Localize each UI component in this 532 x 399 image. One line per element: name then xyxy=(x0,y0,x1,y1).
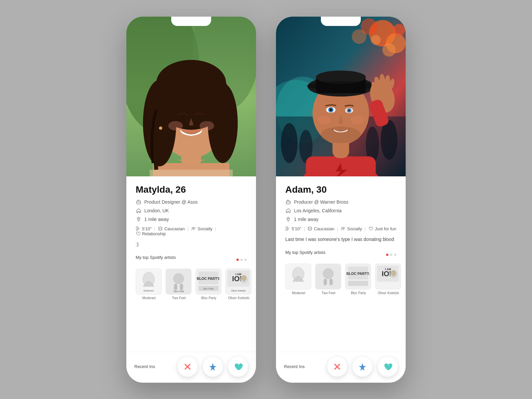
moderart-art-right xyxy=(286,264,311,290)
svg-text:Oliver Koletzki: Oliver Koletzki xyxy=(231,290,246,292)
artist-image-4-left: I AM IOK Oliver Koletzki xyxy=(225,269,251,295)
like-button-left[interactable] xyxy=(228,357,248,377)
svg-point-95 xyxy=(342,227,343,229)
artist-image-3-left: BLOC PARTY. Bloc Party xyxy=(196,269,221,295)
superlike-button-left[interactable] xyxy=(203,357,223,377)
svg-point-77 xyxy=(348,109,350,111)
spotify-title-right: My top Spotify artists xyxy=(285,250,326,255)
attr-social-right: Socially xyxy=(341,226,362,231)
dot-1-left xyxy=(236,259,239,261)
artist-card-4-right[interactable]: I AM IOK Oliver Koletzki xyxy=(375,264,402,295)
dot-3-left xyxy=(244,259,247,261)
profile-name-right: Adam, 30 xyxy=(285,184,396,195)
briefcase-icon-left xyxy=(136,199,142,205)
profile-name-left: Matylda, 26 xyxy=(136,184,247,195)
artist-name-1-right: Moderart xyxy=(285,291,312,295)
profile-distance-row-left: 1 mile away xyxy=(136,216,247,222)
svg-point-13 xyxy=(168,121,183,130)
dot-1-right xyxy=(386,254,388,256)
artist-card-3-right[interactable]: BLOC PARTY. Bloc Party xyxy=(345,264,372,295)
artist-card-2-right[interactable]: Two Feet xyxy=(315,264,342,295)
dislike-button-right[interactable] xyxy=(327,357,347,377)
svg-point-12 xyxy=(156,60,226,106)
svg-point-53 xyxy=(371,35,381,45)
profile-location-row-right: Los Angeles, California xyxy=(285,208,396,214)
dot-2-right xyxy=(390,254,392,256)
attr-social-left: Socially xyxy=(191,226,212,231)
artist-name-4-left: Oliver Koletzki xyxy=(225,296,252,300)
svg-text:BLOC PARTY.: BLOC PARTY. xyxy=(197,277,220,281)
oliverK-art-right: I AM IOK xyxy=(375,264,401,290)
svg-point-55 xyxy=(352,29,366,44)
profile-photo-right[interactable] xyxy=(276,17,406,176)
artist-name-3-right: Bloc Party xyxy=(345,291,372,295)
svg-rect-102 xyxy=(330,279,333,285)
svg-point-25 xyxy=(194,227,195,229)
oliverK-art-left: I AM IOK Oliver Koletzki xyxy=(226,269,251,295)
recent-ins-label-left: Recent Ins xyxy=(134,364,155,369)
dislike-button-left[interactable] xyxy=(178,357,198,377)
artist-name-1-left: Moderart xyxy=(136,296,162,300)
spotify-artists-left: Moderart Moderart Two Feet xyxy=(136,269,247,300)
phone-notch-left xyxy=(171,17,211,26)
profile-photo-left[interactable] xyxy=(126,17,256,176)
dot-2-left xyxy=(240,259,243,261)
svg-point-74 xyxy=(330,108,332,111)
superlike-button-right[interactable] xyxy=(352,357,372,377)
spotify-dots-left xyxy=(236,259,247,261)
pin-icon-left xyxy=(136,216,142,222)
pin-icon-right xyxy=(285,216,291,222)
bottom-bar-right: Recent Ins xyxy=(276,352,406,383)
twofeet-art-right xyxy=(316,264,341,290)
spotify-title-left: My top Spotify artists xyxy=(136,255,176,260)
svg-point-44 xyxy=(241,275,247,281)
artist-card-2-left[interactable]: Two Feet Two Feet xyxy=(166,269,192,300)
svg-point-18 xyxy=(138,218,139,219)
artist-image-2-left: Two Feet xyxy=(166,269,192,295)
briefcase-icon-right xyxy=(285,199,291,205)
svg-rect-106 xyxy=(348,281,368,286)
svg-point-24 xyxy=(192,227,194,229)
svg-text:Moderart: Moderart xyxy=(143,289,154,292)
svg-rect-31 xyxy=(174,284,177,290)
svg-point-89 xyxy=(288,218,289,219)
profile-distance-right: 1 mile away xyxy=(294,217,319,222)
like-button-right[interactable] xyxy=(378,357,398,377)
home-icon-left xyxy=(136,208,142,214)
artist-card-4-left[interactable]: I AM IOK Oliver Koletzki Oliver Koletzki xyxy=(225,269,252,300)
profile-job-row-left: Product Designer @ Asos xyxy=(136,199,247,205)
svg-text:Bloc Party: Bloc Party xyxy=(203,288,214,290)
svg-point-30 xyxy=(173,273,184,284)
profile-bio-right: Last time I was someone's type I was don… xyxy=(285,237,396,243)
artist-card-1-left[interactable]: Moderart Moderart xyxy=(136,269,162,300)
artist-name-2-left: Two Feet xyxy=(166,296,192,300)
action-buttons-right xyxy=(327,357,398,377)
artist-card-1-right[interactable]: Moderart xyxy=(285,264,312,295)
spotify-artists-right: Moderart Two Feet xyxy=(285,264,396,295)
svg-rect-6 xyxy=(150,170,233,176)
profile-location-row-left: London, UK xyxy=(136,208,247,214)
artist-image-1-right xyxy=(285,264,311,290)
svg-point-59 xyxy=(281,123,298,163)
spotify-dots-right xyxy=(386,254,396,256)
profile-job-right: Producer @ Warner Bross xyxy=(294,199,348,205)
artist-card-3-left[interactable]: BLOC PARTY. Bloc Party Bloc Party xyxy=(196,269,222,300)
blocparty-art-left: BLOC PARTY. Bloc Party xyxy=(196,269,221,295)
svg-point-14 xyxy=(200,121,214,130)
profile-job-left: Product Designer @ Asos xyxy=(144,199,198,205)
bottom-bar-left: Recent Ins xyxy=(126,352,256,383)
profile-distance-left: 1 mile away xyxy=(144,217,169,222)
attr-height-right: 5'10" xyxy=(285,226,301,231)
blocparty-art-right: BLOC PARTY. xyxy=(345,264,371,290)
spotify-header-right: My top Spotify artists xyxy=(285,250,396,260)
spotify-header-left: My top Spotify artists xyxy=(136,255,247,265)
woman-photo-svg xyxy=(126,17,256,176)
left-phone: Matylda, 26 Product Designer @ Asos xyxy=(126,17,256,383)
twofeet-art-left: Two Feet xyxy=(166,269,191,295)
svg-point-54 xyxy=(393,24,405,36)
dot-3-right xyxy=(394,254,396,256)
recent-ins-label-right: Recent Ins xyxy=(284,364,305,369)
svg-point-96 xyxy=(343,227,345,229)
profile-location-right: Los Angeles, California xyxy=(294,208,341,213)
artist-image-2-right xyxy=(315,264,341,290)
